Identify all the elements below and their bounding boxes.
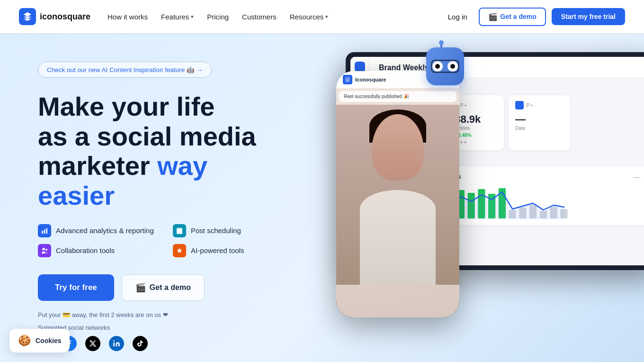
feature-collaboration: Collaboration tools [38, 244, 159, 257]
demo-hero-icon: 🎬 [135, 282, 146, 293]
nav-pricing[interactable]: Pricing [207, 13, 229, 21]
features-chevron-icon: ▾ [191, 14, 194, 20]
x-twitter-icon[interactable] [85, 336, 100, 351]
analytics-icon [38, 224, 51, 237]
brand-card-icon-3 [515, 101, 524, 109]
try-free-button[interactable]: Try for free [38, 274, 114, 301]
svg-point-7 [42, 248, 45, 250]
phone-brand-name: Iconosquare [355, 77, 386, 82]
svg-point-12 [113, 340, 115, 342]
mascot [417, 43, 474, 100]
cookie-emoji: 🍪 [18, 335, 31, 347]
nav-how-it-works[interactable]: How it works [107, 13, 148, 21]
phone-logo [343, 75, 352, 84]
svg-rect-2 [46, 228, 47, 234]
social-icons [38, 336, 294, 351]
hero-title: Make your life as a social media markete… [38, 92, 294, 211]
mascot-head [426, 47, 464, 85]
navbar-right: Log in 🎬 Get a demo Start my free trial [442, 8, 625, 26]
sidebar-dot-1 [355, 62, 365, 72]
hero-right: Iconosquare Reel successfully published … [322, 33, 644, 362]
cookie-notice[interactable]: 🍪 Cookies [9, 329, 70, 353]
hero-badge[interactable]: Check out our new AI Content Inspiration… [38, 62, 212, 78]
phone-mockup: Iconosquare Reel successfully published … [336, 71, 459, 317]
phone-screen: Iconosquare Reel successfully published … [336, 71, 459, 317]
demo-hero-button[interactable]: 🎬 Get a demo [122, 274, 205, 301]
navbar: iconosquare How it works Features ▾ Pric… [0, 0, 644, 33]
svg-rect-0 [42, 231, 43, 234]
svg-rect-3 [177, 228, 182, 234]
nav-resources[interactable]: Resources ▾ [290, 13, 329, 21]
chart-menu-icon[interactable]: — [634, 173, 640, 181]
logo[interactable]: iconosquare [19, 8, 90, 25]
hero-cta: Try for free 🎬 Get a demo [38, 274, 294, 301]
mascot-eye-right [447, 61, 458, 72]
brand-card-third: P • — Data [509, 95, 570, 150]
scheduling-icon [173, 224, 186, 237]
get-demo-button[interactable]: 🎬 Get a demo [479, 8, 546, 26]
free-trial-button[interactable]: Start my free trial [552, 8, 625, 25]
ai-icon [173, 244, 186, 257]
mascot-eyes [432, 61, 458, 72]
hero-left: Check out our new AI Content Inspiration… [0, 33, 322, 362]
person-body [360, 190, 436, 285]
feature-analytics: Advanced analytics & reporting [38, 224, 159, 237]
svg-rect-1 [44, 229, 45, 234]
hero-features: Advanced analytics & reporting Post sche… [38, 224, 294, 257]
social-networks-label: Supported social networks [38, 324, 294, 331]
tiktok-icon[interactable] [133, 336, 148, 351]
cookie-label: Cookies [36, 337, 61, 344]
resources-chevron-icon: ▾ [325, 14, 328, 20]
nav-features[interactable]: Features ▾ [161, 13, 194, 21]
hero-section: Check out our new AI Content Inspiration… [0, 33, 644, 362]
demo-icon: 🎬 [488, 12, 498, 21]
feature-scheduling: Post scheduling [173, 224, 294, 237]
nav-customers[interactable]: Customers [242, 13, 277, 21]
feature-ai: AI-powered tools [173, 244, 294, 257]
svg-point-8 [45, 249, 47, 251]
hero-note: Put your 💳 away, the first 2 weeks are o… [38, 311, 294, 318]
linkedin-icon[interactable] [109, 336, 124, 351]
logo-icon [19, 8, 36, 25]
nav-links: How it works Features ▾ Pricing Customer… [107, 13, 328, 21]
person-face [372, 114, 424, 181]
login-button[interactable]: Log in [442, 9, 473, 25]
phone-person-image [336, 105, 459, 285]
brand-name: iconosquare [40, 12, 90, 22]
mascot-eye-left [432, 61, 443, 72]
collaboration-icon [38, 244, 51, 257]
